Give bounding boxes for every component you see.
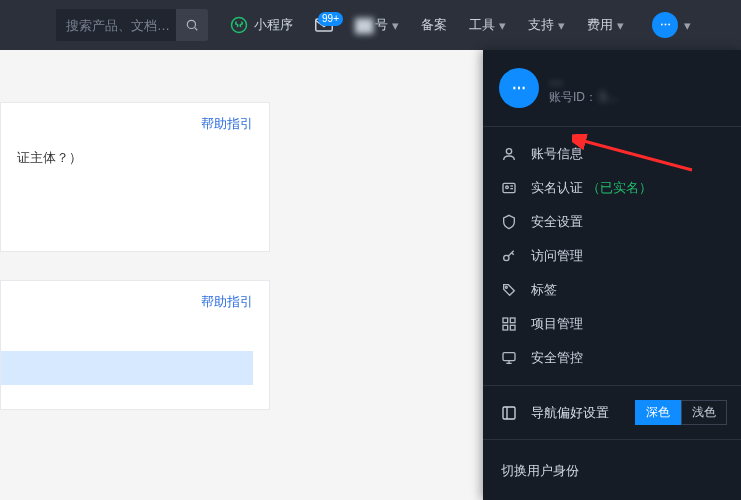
layout-icon (501, 405, 519, 421)
menu-account-info[interactable]: 账号信息 (483, 137, 741, 171)
dropdown-user-block: ⋯ … 账号ID： 3… (483, 50, 741, 122)
nav-preference-row: 导航偏好设置 深色 浅色 (483, 390, 741, 435)
nav-tools[interactable]: 工具 ▾ (469, 16, 506, 34)
id-card-icon (501, 180, 519, 196)
avatar: ⋯ (652, 12, 678, 38)
svg-rect-16 (503, 353, 515, 361)
nav-miniprogram-label: 小程序 (254, 16, 293, 34)
pref-label: 导航偏好设置 (531, 404, 609, 422)
logout-link[interactable]: 退出 (483, 490, 741, 500)
menu-security[interactable]: 安全设置 (483, 205, 741, 239)
svg-rect-15 (510, 325, 515, 330)
nav-fees-label: 费用 (587, 16, 613, 34)
divider (483, 126, 741, 127)
menu-label: 项目管理 (531, 315, 583, 333)
theme-segmented: 深色 浅色 (635, 400, 727, 425)
account-dropdown: ⋯ … 账号ID： 3… 账号信息 实名认证 (483, 50, 741, 500)
user-icon (501, 146, 519, 162)
nav-tools-label: 工具 (469, 16, 495, 34)
nav-fees[interactable]: 费用 ▾ (587, 16, 624, 34)
messages-badge: 99+ (318, 12, 343, 26)
nav-messages-icon[interactable]: 99+ (315, 18, 333, 32)
switch-user-link[interactable]: 切换用户身份 (483, 452, 741, 490)
dropdown-user-name: … (549, 71, 618, 87)
panel-1: 帮助指引 证主体？） (0, 102, 270, 252)
grid-icon (501, 316, 519, 332)
chevron-down-icon: ▾ (499, 18, 506, 33)
top-header: 小程序 99+ ██ 号 ▾ 备案 工具 ▾ 支持 ▾ 费用 ▾ ⋯ ▾ (0, 0, 741, 50)
menu-label: 访问管理 (531, 247, 583, 265)
nav-account-label: 号 (375, 16, 388, 34)
divider (483, 385, 741, 386)
svg-point-2 (232, 18, 247, 33)
nav-account[interactable]: ██ 号 ▾ (355, 16, 399, 34)
nav-beian-label: 备案 (421, 16, 447, 34)
menu-label: 账号信息 (531, 145, 583, 163)
main-area: 帮助指引 证主体？） 帮助指引 ⋯ … 账号ID： 3… (0, 50, 741, 500)
nav-miniprogram[interactable]: 小程序 (230, 16, 293, 34)
search-box[interactable] (56, 9, 208, 41)
nav-beian[interactable]: 备案 (421, 16, 447, 34)
svg-point-0 (187, 20, 195, 28)
svg-rect-13 (510, 318, 515, 323)
search-icon (185, 18, 199, 32)
avatar: ⋯ (499, 68, 539, 108)
dropdown-menu: 账号信息 实名认证 （已实名） 安全设置 访问管理 (483, 131, 741, 381)
menu-label: 安全管控 (531, 349, 583, 367)
theme-dark-button[interactable]: 深色 (635, 400, 681, 425)
panel-2-selected-row[interactable] (1, 351, 253, 385)
search-input[interactable] (66, 18, 176, 33)
svg-point-11 (505, 286, 507, 288)
nav-avatar[interactable]: ⋯ ▾ (652, 12, 691, 38)
svg-rect-14 (503, 325, 508, 330)
theme-light-button[interactable]: 浅色 (681, 400, 727, 425)
menu-label: 实名认证 (531, 179, 583, 197)
key-icon (501, 248, 519, 264)
menu-security-control[interactable]: 安全管控 (483, 341, 741, 375)
dropdown-bottom: 切换用户身份 退出 (483, 444, 741, 500)
menu-verify[interactable]: 实名认证 （已实名） (483, 171, 741, 205)
verified-badge: （已实名） (587, 179, 652, 197)
svg-line-1 (195, 28, 198, 31)
miniprogram-icon (230, 16, 248, 34)
menu-label: 标签 (531, 281, 557, 299)
svg-rect-12 (503, 318, 508, 323)
svg-rect-19 (503, 407, 515, 419)
search-button[interactable] (176, 9, 208, 41)
menu-label: 安全设置 (531, 213, 583, 231)
nav-support-label: 支持 (528, 16, 554, 34)
svg-rect-6 (503, 183, 515, 192)
menu-access[interactable]: 访问管理 (483, 239, 741, 273)
chevron-down-icon: ▾ (392, 18, 399, 33)
svg-point-7 (506, 186, 509, 189)
nav-account-prefix: ██ (355, 18, 373, 33)
chevron-down-icon: ▾ (558, 18, 565, 33)
help-link[interactable]: 帮助指引 (201, 294, 253, 309)
dropdown-user-id: 账号ID： 3… (549, 89, 618, 106)
help-link[interactable]: 帮助指引 (201, 116, 253, 131)
nav-support[interactable]: 支持 ▾ (528, 16, 565, 34)
panel-2: 帮助指引 (0, 280, 270, 410)
menu-tags[interactable]: 标签 (483, 273, 741, 307)
menu-projects[interactable]: 项目管理 (483, 307, 741, 341)
tag-icon (501, 282, 519, 298)
monitor-icon (501, 350, 519, 366)
svg-point-5 (506, 149, 511, 154)
panel-1-body: 证主体？） (17, 149, 253, 167)
chevron-down-icon: ▾ (684, 18, 691, 33)
shield-icon (501, 214, 519, 230)
divider (483, 439, 741, 440)
chevron-down-icon: ▾ (617, 18, 624, 33)
svg-point-10 (504, 255, 509, 260)
